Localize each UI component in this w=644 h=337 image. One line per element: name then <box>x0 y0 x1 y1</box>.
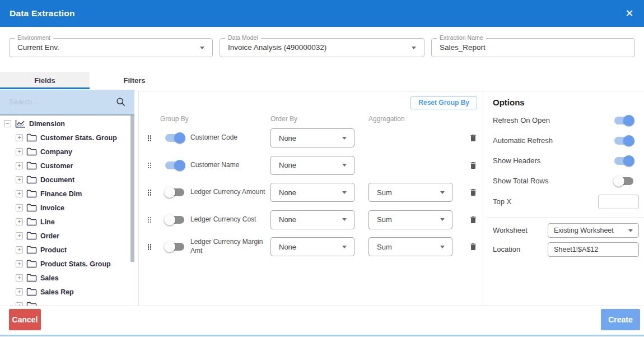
expand-icon[interactable]: + <box>16 204 23 211</box>
refresh-on-open-toggle[interactable] <box>614 117 633 124</box>
tab-fields[interactable]: Fields <box>0 72 90 89</box>
expand-icon[interactable]: + <box>16 190 23 197</box>
drag-handle-icon[interactable] <box>147 243 152 250</box>
collapse-icon[interactable]: − <box>4 120 11 127</box>
tree-item[interactable]: + Invoice <box>0 201 138 215</box>
group-by-toggle[interactable] <box>165 243 184 251</box>
extraction-name-field[interactable]: Extraction Name Sales_Report <box>431 38 635 57</box>
aggregation-select[interactable]: Sum <box>368 210 452 229</box>
environment-select[interactable]: Environment Current Env. <box>9 38 213 57</box>
chevron-down-icon <box>342 164 347 167</box>
delete-icon[interactable] <box>469 242 478 252</box>
tree-item[interactable]: + Document <box>0 173 138 187</box>
chevron-down-icon <box>412 47 416 49</box>
tree-item[interactable]: + Company <box>0 145 138 159</box>
dialog-footer: Cancel Create <box>0 306 644 335</box>
expand-icon[interactable]: + <box>16 162 23 169</box>
delete-icon[interactable] <box>469 187 478 197</box>
tree-item[interactable]: + Customer <box>0 159 138 173</box>
order-by-select[interactable]: None <box>270 210 354 229</box>
search-input[interactable] <box>9 90 110 113</box>
expand-icon[interactable]: + <box>16 176 23 183</box>
expand-icon[interactable]: + <box>16 288 23 296</box>
folder-icon <box>26 274 37 282</box>
field-row: Ledger Currency Amount None Sum <box>138 179 483 206</box>
top-x-input[interactable] <box>598 195 639 209</box>
chevron-down-icon <box>628 229 633 232</box>
option-row: Top X <box>493 195 639 209</box>
group-by-toggle[interactable] <box>165 161 184 169</box>
dimension-tree: − Dimension + Customer Stats. Group + Co… <box>0 116 138 306</box>
tree-item[interactable]: + Product <box>0 243 138 257</box>
chevron-down-icon <box>440 218 445 221</box>
tab-filters[interactable]: Filters <box>90 72 179 89</box>
show-total-rows-toggle[interactable] <box>614 177 633 185</box>
worksheet-select[interactable]: Existing Worksheet <box>548 223 639 238</box>
order-by-select[interactable]: None <box>270 128 354 147</box>
expand-icon[interactable]: + <box>16 260 23 267</box>
automatic-refresh-toggle[interactable] <box>614 137 633 145</box>
create-button[interactable]: Create <box>601 309 640 330</box>
tab-bar: Fields Filters <box>0 72 179 89</box>
aggregation-select[interactable]: Sum <box>368 237 452 256</box>
column-header-order-by: Order By <box>270 115 297 123</box>
tree-item[interactable]: + Product Stats. Group <box>0 257 138 271</box>
close-icon[interactable]: ✕ <box>623 7 636 20</box>
bottom-accent-bar <box>0 335 644 336</box>
tree-scrollbar[interactable] <box>130 116 134 262</box>
group-by-toggle[interactable] <box>165 134 184 142</box>
group-by-toggle[interactable] <box>165 216 184 224</box>
order-by-select[interactable]: None <box>270 156 354 175</box>
chevron-down-icon <box>440 246 445 248</box>
tree-item[interactable]: + Customer Stats. Group <box>0 131 138 145</box>
folder-icon <box>26 232 37 240</box>
field-row: Ledger Currency Margin Amt None Sum <box>138 233 483 261</box>
drag-handle-icon[interactable] <box>147 216 152 223</box>
aggregation-select[interactable]: Sum <box>368 183 452 202</box>
cancel-button[interactable]: Cancel <box>9 309 41 330</box>
expand-icon[interactable]: + <box>16 218 23 225</box>
dialog-title: Data Extraction <box>10 0 75 27</box>
folder-icon <box>26 147 37 156</box>
tree-item[interactable]: + Line <box>0 215 138 229</box>
tree-item[interactable]: + Sales <box>0 271 138 285</box>
tree-item-partial[interactable]: + <box>0 299 138 306</box>
folder-icon <box>26 288 37 296</box>
expand-icon[interactable]: + <box>16 246 23 253</box>
field-search <box>0 90 134 116</box>
folder-icon <box>26 218 37 226</box>
drag-handle-icon[interactable] <box>147 162 152 169</box>
order-by-select[interactable]: None <box>270 183 354 202</box>
options-title: Options <box>493 98 525 107</box>
field-row: Customer Code None <box>138 124 483 152</box>
field-row: Customer Name None <box>138 152 483 179</box>
drag-handle-icon[interactable] <box>147 135 152 141</box>
search-icon <box>116 97 126 109</box>
tree-item[interactable]: + Order <box>0 229 138 243</box>
expand-icon[interactable]: + <box>16 134 23 141</box>
delete-icon[interactable] <box>469 215 478 225</box>
drag-handle-icon[interactable] <box>147 189 152 196</box>
option-row: Show Headers <box>493 155 633 167</box>
group-by-toggle[interactable] <box>165 188 184 196</box>
data-model-select[interactable]: Data Model Invoice Analysis (490000032) <box>220 38 424 57</box>
field-label: Ledger Currency Margin Amt <box>190 238 269 256</box>
expand-icon[interactable]: + <box>16 274 23 281</box>
location-input[interactable] <box>548 242 639 257</box>
chart-icon <box>15 119 26 128</box>
tree-item-dimension[interactable]: − Dimension <box>0 117 138 131</box>
expand-icon[interactable]: + <box>16 232 23 239</box>
folder-icon <box>26 260 37 268</box>
order-by-select[interactable]: None <box>270 237 354 256</box>
chevron-down-icon <box>342 191 347 194</box>
reset-group-by-button[interactable]: Reset Group By <box>410 96 477 109</box>
show-headers-toggle[interactable] <box>614 157 633 165</box>
tree-item[interactable]: + Finance Dim <box>0 187 138 201</box>
expand-icon[interactable]: + <box>16 148 23 155</box>
data-extraction-dialog: Data Extraction ✕ Environment Current En… <box>0 0 644 337</box>
group-by-panel: Reset Group By Group By Order By Aggrega… <box>138 91 483 306</box>
option-row: Worksheet Existing Worksheet <box>493 223 639 238</box>
delete-icon[interactable] <box>469 133 478 143</box>
delete-icon[interactable] <box>469 160 478 170</box>
tree-item[interactable]: + Sales Rep <box>0 285 138 299</box>
